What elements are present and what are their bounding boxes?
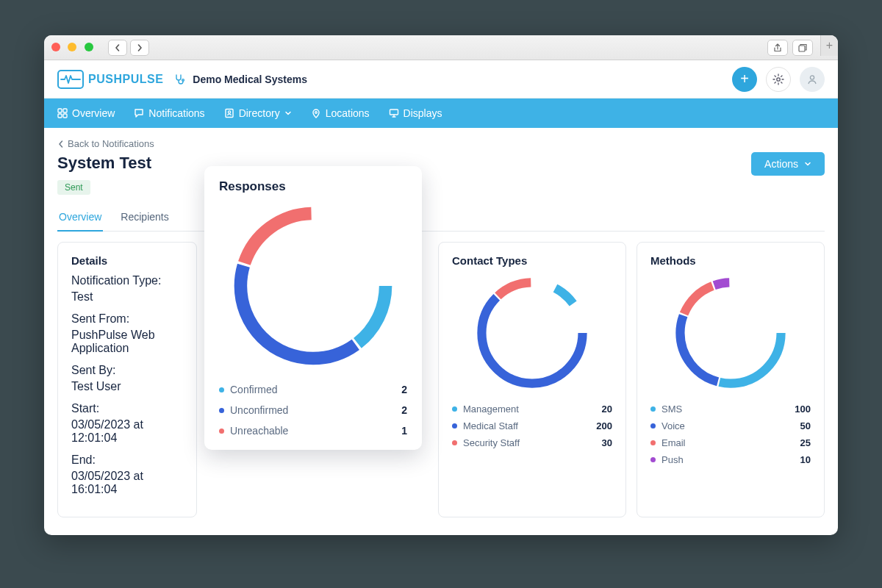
legend-row: Email25 bbox=[650, 434, 811, 451]
status-badge: Sent bbox=[57, 180, 90, 195]
nav-overview[interactable]: Overview bbox=[57, 107, 115, 119]
stethoscope-icon bbox=[173, 74, 185, 85]
sent-by-value: Test User bbox=[71, 380, 183, 393]
tabs-icon bbox=[798, 43, 807, 52]
nav-directory[interactable]: Directory bbox=[224, 107, 292, 119]
legend-row: Confirmed2 bbox=[219, 379, 407, 400]
tab-overview[interactable]: Overview bbox=[57, 205, 103, 232]
svg-point-10 bbox=[315, 112, 317, 114]
legend-dot-icon bbox=[650, 406, 656, 412]
gear-icon bbox=[772, 74, 784, 85]
browser-back-button[interactable] bbox=[108, 40, 127, 56]
svg-point-3 bbox=[810, 75, 814, 79]
svg-rect-4 bbox=[58, 109, 62, 112]
legend-value: 30 bbox=[602, 437, 612, 448]
nav-displays[interactable]: Displays bbox=[389, 107, 442, 119]
chevron-down-icon bbox=[804, 160, 811, 168]
start-value: 03/05/2023 at 12:01:04 bbox=[71, 418, 183, 445]
legend-dot-icon bbox=[650, 457, 656, 462]
legend-value: 50 bbox=[800, 420, 811, 431]
svg-rect-5 bbox=[63, 109, 67, 112]
contact-types-donut bbox=[473, 274, 591, 392]
contact-types-card: Contact Types Management20Medical Staff2… bbox=[438, 242, 626, 517]
legend-value: 1 bbox=[401, 425, 407, 437]
svg-rect-0 bbox=[799, 46, 805, 51]
page-content: Back to Notifications System Test Sent A… bbox=[44, 128, 838, 535]
legend-label: Management bbox=[463, 404, 519, 415]
person-icon bbox=[806, 74, 818, 85]
actions-button[interactable]: Actions bbox=[751, 152, 825, 176]
close-window-icon[interactable] bbox=[51, 43, 60, 51]
brand-name: PUSHPULSE bbox=[88, 73, 163, 86]
chevron-down-icon bbox=[284, 107, 292, 119]
sent-from-value: PushPulse Web Application bbox=[71, 329, 183, 355]
legend-label: Push bbox=[662, 454, 684, 465]
legend-dot-icon bbox=[452, 423, 457, 429]
detail-tabs: Overview Recipients bbox=[57, 205, 825, 232]
page-title: System Test bbox=[57, 154, 151, 173]
legend-label: Voice bbox=[662, 420, 685, 431]
contact-types-legend: Management20Medical Staff200Security Sta… bbox=[452, 401, 612, 451]
legend-value: 25 bbox=[800, 437, 811, 448]
nav-notifications[interactable]: Notifications bbox=[134, 107, 204, 119]
legend-dot-icon bbox=[219, 429, 224, 434]
svg-rect-11 bbox=[390, 110, 398, 115]
pin-icon bbox=[311, 108, 321, 118]
legend-row: Push10 bbox=[650, 451, 811, 468]
legend-row: Management20 bbox=[452, 401, 612, 417]
settings-button[interactable] bbox=[766, 67, 791, 92]
svg-rect-7 bbox=[63, 114, 67, 118]
responses-legend: Confirmed2Unconfirmed2Unreachable1 bbox=[219, 379, 407, 441]
pulse-icon bbox=[57, 70, 84, 89]
org-switcher[interactable]: Demo Medical Systems bbox=[173, 74, 307, 85]
methods-title: Methods bbox=[650, 254, 811, 267]
legend-dot-icon bbox=[452, 440, 457, 445]
browser-forward-button[interactable] bbox=[130, 40, 149, 56]
nav-label: Overview bbox=[72, 107, 115, 119]
legend-dot-icon bbox=[650, 440, 656, 445]
plus-icon: + bbox=[740, 71, 749, 87]
svg-rect-6 bbox=[58, 114, 62, 118]
tabs-button[interactable] bbox=[792, 40, 813, 56]
nav-locations[interactable]: Locations bbox=[311, 107, 370, 119]
user-avatar[interactable] bbox=[800, 67, 825, 92]
legend-value: 10 bbox=[800, 454, 811, 465]
methods-card: Methods SMS100Voice50Email25Push10 bbox=[637, 242, 825, 517]
app-header: PUSHPULSE Demo Medical Systems + bbox=[44, 60, 838, 98]
minimize-window-icon[interactable] bbox=[68, 43, 76, 51]
maximize-window-icon[interactable] bbox=[85, 43, 93, 51]
svg-point-2 bbox=[777, 77, 780, 80]
create-button[interactable]: + bbox=[732, 67, 757, 92]
back-link[interactable]: Back to Notifications bbox=[57, 138, 825, 149]
tab-recipients[interactable]: Recipients bbox=[119, 205, 170, 231]
window-controls[interactable] bbox=[51, 41, 98, 54]
sent-from-label: Sent From bbox=[71, 312, 183, 326]
contact-icon bbox=[224, 108, 234, 118]
legend-row: Medical Staff200 bbox=[452, 417, 612, 434]
browser-titlebar: + bbox=[44, 35, 838, 60]
share-button[interactable] bbox=[767, 40, 788, 56]
legend-row: Security Staff30 bbox=[452, 434, 612, 451]
new-tab-button[interactable]: + bbox=[820, 35, 838, 56]
monitor-icon bbox=[389, 108, 399, 118]
grid-icon bbox=[57, 108, 68, 118]
share-icon bbox=[773, 43, 782, 52]
legend-dot-icon bbox=[219, 387, 224, 392]
app-logo[interactable]: PUSHPULSE bbox=[57, 70, 163, 89]
legend-dot-icon bbox=[452, 406, 457, 412]
sent-by-label: Sent By bbox=[71, 364, 183, 377]
svg-point-1 bbox=[182, 79, 184, 81]
legend-label: Unreachable bbox=[230, 425, 288, 437]
methods-donut bbox=[672, 274, 789, 392]
chevron-left-icon bbox=[114, 44, 121, 51]
svg-point-9 bbox=[228, 111, 230, 113]
legend-value: 2 bbox=[401, 404, 407, 416]
notification-type-label: Notification Type bbox=[71, 274, 183, 287]
legend-dot-icon bbox=[650, 423, 656, 429]
legend-row: Voice50 bbox=[650, 417, 811, 434]
legend-value: 20 bbox=[602, 404, 612, 415]
end-label: End bbox=[71, 453, 183, 467]
details-card: Details Notification Type Test Sent From… bbox=[57, 242, 197, 517]
legend-label: Unconfirmed bbox=[230, 404, 288, 416]
legend-label: Confirmed bbox=[230, 384, 278, 395]
